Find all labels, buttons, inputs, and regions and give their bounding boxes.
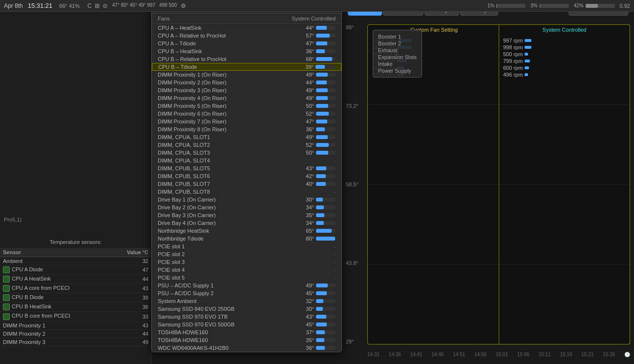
menubar-temps: 47° 80° 45° 49° 997 499 500 ⚙: [112, 2, 186, 9]
sensors-rows: CPU A – HeatSink44°CPU A – Relative to P…: [152, 24, 341, 352]
sensor-row[interactable]: Drive Bay 3 (On Carrier)35°: [152, 211, 341, 219]
gear-icon[interactable]: ⚙: [181, 2, 186, 9]
sensor-row-value: 80°: [300, 236, 314, 242]
sensor-icon: [3, 276, 10, 283]
sensor-row[interactable]: PCIE slot 2-: [152, 250, 341, 258]
sensor-row-name: Drive Bay 4 (On Carrier): [158, 220, 300, 226]
table-row[interactable]: CPU A Diode47: [0, 265, 151, 275]
sensor-row-name: CPU B – HeatSink: [158, 48, 300, 54]
sensor-row[interactable]: WDC WD6400AAKS-41H2B036°: [152, 344, 341, 352]
sensor-row[interactable]: DIMM, CPUA, SLOT149°: [152, 133, 341, 141]
menubar-date: Apr 8th: [4, 2, 23, 9]
legend-intake: Intake: [378, 61, 417, 67]
table-row[interactable]: CPU B core from PCECI33: [0, 312, 151, 321]
sensor-row[interactable]: DIMM, CPUA, SLOT350°: [152, 149, 341, 157]
sensor-row[interactable]: Samsung SSD 970 EVO 1TB43°: [152, 313, 341, 321]
table-row[interactable]: CPU B HeatSink36: [0, 303, 151, 312]
sensor-row[interactable]: PCIE slot 5-: [152, 274, 341, 282]
table-cell-name: CPU B HeatSink: [0, 303, 110, 312]
sensor-bar: [316, 229, 332, 233]
sensor-bar: [316, 73, 328, 77]
x-1506: 15:06: [517, 352, 529, 357]
sensor-row[interactable]: Drive Bay 4 (On Carrier)34°: [152, 219, 341, 227]
sensor-row-value: 39°: [300, 64, 314, 70]
sensor-row[interactable]: Samsung SSD 970 EVO 500GB45°: [152, 321, 341, 328]
sensor-row-value: 57°: [300, 33, 314, 39]
sensor-bar: [316, 315, 326, 319]
sensor-row[interactable]: Drive Bay 1 (On Carrier)30°: [152, 196, 341, 203]
sensor-row[interactable]: Northbridge Tdiode80°: [152, 235, 341, 243]
table-cell-name: CPU A HeatSink: [0, 275, 110, 284]
sensor-row[interactable]: CPU A – Tdiode47°: [152, 40, 341, 47]
sensor-bar-container: [316, 57, 336, 61]
sensor-bar: [316, 213, 324, 217]
sensor-row[interactable]: PCIE slot 4-: [152, 266, 341, 274]
sensor-row-name: DIMM, CPUA, SLOT2: [158, 142, 300, 148]
sensor-row-name: Samsung SSD 970 EVO 500GB: [158, 322, 300, 327]
sensor-row[interactable]: DIMM Proximity 3 (On Riser)49°: [152, 86, 341, 94]
sensor-row[interactable]: DIMM, CPUB, SLOT8-: [152, 188, 341, 196]
sensor-bar: [316, 88, 328, 92]
sensor-row-name: DIMM Proximity 7 (On Riser): [158, 119, 300, 124]
sensor-row[interactable]: DIMM, CPUA, SLOT4-: [152, 157, 341, 164]
sensor-row-name: DIMM, CPUA, SLOT4: [158, 158, 334, 163]
sensor-row-name: PCIE slot 1: [158, 243, 334, 249]
sensor-row[interactable]: CPU A – HeatSink44°: [152, 24, 341, 32]
sensor-row[interactable]: PSU – AC/DC Supply 245°: [152, 289, 341, 297]
table-row[interactable]: CPU B Diode39: [0, 293, 151, 303]
sensor-row[interactable]: System Ambient32°: [152, 297, 341, 305]
sensor-row[interactable]: Northbridge HeatSink65°: [152, 227, 341, 235]
sensor-row-name: WDC WD6400AAKS-41H2B0: [158, 345, 300, 351]
sensor-row[interactable]: PCIE slot 1-: [152, 243, 341, 250]
sensor-row[interactable]: CPU B – Relative to ProcHot68°: [152, 55, 341, 63]
table-row[interactable]: Ambient32: [0, 257, 151, 265]
sensor-row-value: 68°: [300, 56, 314, 62]
sensor-row[interactable]: DIMM, CPUB, SLOT740°: [152, 180, 341, 188]
sensor-row-name: DIMM, CPUB, SLOT6: [158, 173, 300, 179]
sensor-row[interactable]: DIMM, CPUA, SLOT252°: [152, 141, 341, 149]
sensor-row[interactable]: TOSHIBA HDWE16037°: [152, 328, 341, 336]
sensor-row[interactable]: DIMM Proximity 6 (On Riser)52°: [152, 110, 341, 118]
sensor-row-value: 52°: [300, 142, 314, 148]
sensor-bar-container: [316, 346, 336, 350]
mem-stat: 3%: [530, 3, 569, 8]
table-row[interactable]: DIMM Proximity 349: [0, 338, 151, 346]
sensor-bar: [316, 151, 328, 155]
sensor-row-name: Drive Bay 1 (On Carrier): [158, 197, 300, 202]
sensor-row[interactable]: DIMM Proximity 1 (On Riser)49°: [152, 71, 341, 79]
x-1526: 15:26: [603, 352, 615, 357]
sensor-row[interactable]: DIMM Proximity 8 (On Riser)36°: [152, 125, 341, 133]
sensor-row[interactable]: CPU A – Relative to ProcHot57°: [152, 32, 341, 40]
sensor-row[interactable]: CPU B – HeatSink36°: [152, 47, 341, 55]
sensor-row-value: 44°: [300, 25, 314, 31]
sensor-row[interactable]: Samsung SSD 840 EVO 250GB30°: [152, 305, 341, 313]
panel-divider: [499, 25, 499, 344]
sensor-bar-container: [316, 26, 336, 30]
sensor-row[interactable]: PCIE slot 3-: [152, 258, 341, 266]
x-axis: 14:31 14:36 14:41 14:46 14:51 14:56 15:0…: [367, 352, 630, 357]
sensor-row[interactable]: TOSHIBA HDWE16035°: [152, 336, 341, 344]
sensor-row-value: 40°: [300, 181, 314, 187]
sensor-bar: [316, 26, 327, 30]
sensor-bar: [316, 104, 328, 108]
table-row[interactable]: DIMM Proximity 143: [0, 321, 151, 329]
sensor-row[interactable]: Drive Bay 2 (On Carrier)34°: [152, 203, 341, 211]
sensor-row[interactable]: CPU B – Tdiode39°: [152, 63, 341, 71]
y-label-73: 73.2°: [346, 103, 367, 109]
sensor-bar: [316, 96, 328, 100]
sensor-bar: [316, 283, 328, 287]
sensor-row[interactable]: DIMM, CPUB, SLOT543°: [152, 164, 341, 172]
sensor-row-name: PCIE slot 5: [158, 275, 334, 281]
sensor-row-name: DIMM, CPUA, SLOT1: [158, 134, 300, 140]
sensor-row[interactable]: DIMM Proximity 2 (On Riser)44°: [152, 79, 341, 86]
sensor-row[interactable]: DIMM Proximity 7 (On Riser)47°: [152, 118, 341, 125]
sensor-row[interactable]: DIMM Proximity 5 (On Riser)50°: [152, 102, 341, 110]
table-row[interactable]: CPU A core from PCECI43: [0, 284, 151, 293]
sensor-row[interactable]: DIMM, CPUB, SLOT642°: [152, 172, 341, 180]
table-row[interactable]: CPU A HeatSink44: [0, 275, 151, 284]
sensor-row[interactable]: PSU – AC/DC Supply 149°: [152, 282, 341, 289]
sensor-row[interactable]: DIMM Proximity 4 (On Riser)49°: [152, 94, 341, 102]
table-cell-name: DIMM Proximity 1: [0, 321, 110, 329]
sensor-row-name: Samsung SSD 840 EVO 250GB: [158, 306, 300, 312]
table-row[interactable]: DIMM Proximity 244: [0, 329, 151, 338]
